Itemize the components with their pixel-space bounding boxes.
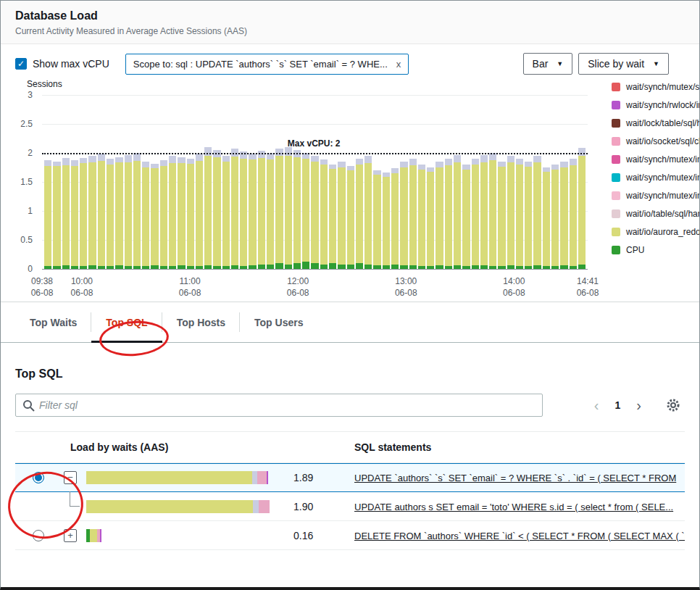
chart-bar[interactable]: [293, 150, 301, 269]
chart-bar[interactable]: [133, 153, 141, 269]
bar-segment: [204, 265, 212, 269]
tab-top-waits[interactable]: Top Waits: [15, 302, 91, 342]
tab-top-users[interactable]: Top Users: [240, 302, 317, 342]
legend-item[interactable]: wait/io/aurora_redo_lo: [612, 227, 700, 237]
bar-segment: [338, 162, 345, 167]
chart-bar[interactable]: [391, 168, 399, 269]
filter-input[interactable]: [16, 394, 542, 416]
chart-bar[interactable]: [142, 162, 149, 269]
expand-button[interactable]: +: [64, 529, 77, 542]
chart-bar[interactable]: [178, 157, 185, 269]
bar-segment: [160, 166, 167, 266]
legend-item[interactable]: wait/synch/rwlock/inn: [612, 100, 700, 110]
chart-bar[interactable]: [418, 165, 425, 269]
scope-dismiss-button[interactable]: x: [396, 59, 401, 70]
chart-bar[interactable]: [480, 155, 488, 269]
chart-bar[interactable]: [373, 170, 380, 269]
legend-item[interactable]: wait/io/table/sql/hand: [612, 209, 700, 219]
legend-item[interactable]: CPU: [612, 245, 700, 255]
chart-bar[interactable]: [80, 158, 87, 269]
load-value: 0.16: [293, 530, 346, 541]
chart-bar[interactable]: [383, 173, 390, 269]
chart-bar[interactable]: [98, 154, 105, 269]
chart-bar[interactable]: [364, 156, 372, 269]
chart-bar[interactable]: [107, 159, 114, 269]
chart-bar[interactable]: [462, 165, 470, 269]
chart-bar[interactable]: [71, 160, 78, 269]
chart-bar[interactable]: [196, 154, 203, 269]
legend-item[interactable]: wait/synch/mutex/inn: [612, 173, 700, 183]
sql-statement-link[interactable]: UPDATE authors s SET email = 'toto' WHER…: [354, 502, 673, 512]
previous-page-button[interactable]: ‹: [594, 397, 599, 414]
legend-item[interactable]: wait/synch/mutex/sql/: [612, 82, 700, 92]
chart-bar[interactable]: [240, 151, 247, 269]
chart-bar[interactable]: [169, 156, 176, 269]
sql-statement-link[interactable]: DELETE FROM `authors` WHERE `id` < ( SEL…: [354, 531, 685, 541]
chart-bar[interactable]: [543, 167, 550, 269]
chart-bar[interactable]: [44, 160, 51, 269]
chart-bar[interactable]: [427, 167, 434, 269]
chart-bar[interactable]: [151, 164, 158, 269]
chart-bar[interactable]: [409, 159, 417, 269]
settings-gear-icon[interactable]: [666, 398, 680, 412]
chart-bar[interactable]: [88, 156, 96, 269]
chart-bar[interactable]: [213, 150, 220, 269]
chart-bar[interactable]: [267, 153, 274, 269]
chart-bar[interactable]: [436, 162, 443, 269]
row-radio[interactable]: [33, 530, 44, 541]
chart-bar[interactable]: [445, 159, 452, 269]
legend-item[interactable]: wait/lock/table/sql/ha: [612, 118, 700, 128]
chart-bar[interactable]: [231, 149, 238, 269]
chart-bar[interactable]: [160, 160, 167, 269]
chart-bar[interactable]: [498, 162, 505, 269]
chart-bar[interactable]: [507, 156, 514, 269]
chart-bar[interactable]: [560, 162, 567, 269]
chart-bar[interactable]: [533, 156, 541, 269]
chart-bar[interactable]: [551, 165, 559, 269]
collapse-button[interactable]: −: [64, 471, 77, 484]
legend-item[interactable]: wait/synch/mutex/inn: [612, 154, 700, 165]
chart-bar[interactable]: [454, 155, 461, 269]
chart-bar[interactable]: [187, 159, 194, 269]
row-radio[interactable]: [33, 472, 44, 483]
next-page-button[interactable]: ›: [636, 397, 641, 414]
chart-bar[interactable]: [489, 153, 496, 269]
slice-by-value: Slice by wait: [588, 58, 644, 70]
chart-bar[interactable]: [356, 159, 363, 269]
chart-bar[interactable]: [302, 153, 309, 269]
chart-bar[interactable]: [578, 148, 586, 269]
show-max-vcpu-checkbox[interactable]: ✓: [15, 58, 27, 70]
chart-bar[interactable]: [275, 149, 283, 269]
chart-bar[interactable]: [516, 159, 523, 269]
chart-bar[interactable]: [258, 151, 265, 269]
chart-bar[interactable]: [249, 154, 256, 269]
chart-type-dropdown[interactable]: Bar ▼: [523, 53, 573, 75]
chart-bar[interactable]: [570, 159, 577, 269]
chart-bar[interactable]: [311, 156, 318, 269]
slice-by-dropdown[interactable]: Slice by wait ▼: [578, 53, 669, 75]
tab-top-hosts[interactable]: Top Hosts: [162, 302, 240, 342]
chart-bar[interactable]: [62, 158, 70, 269]
tab-top-sql[interactable]: Top SQL: [91, 302, 162, 342]
legend-item[interactable]: wait/synch/mutex/inn: [612, 191, 700, 201]
chart-bar[interactable]: [222, 156, 230, 269]
chart-bar[interactable]: [472, 159, 479, 269]
legend-item[interactable]: wait/io/socket/sql/clie: [612, 136, 700, 146]
chart-bar[interactable]: [320, 159, 328, 269]
chart-bar[interactable]: [125, 155, 132, 269]
page-number[interactable]: 1: [615, 399, 621, 411]
chart-bar[interactable]: [338, 162, 345, 269]
bar-segment: [160, 160, 167, 166]
chart-bar[interactable]: [347, 166, 354, 269]
chart-bar[interactable]: [53, 162, 60, 269]
y-tick-label: 2.5: [4, 119, 33, 129]
chart-bar[interactable]: [525, 162, 532, 269]
chart-bar[interactable]: [115, 157, 122, 269]
sql-statement-link[interactable]: UPDATE `authors` `s` SET `email` = ? WHE…: [354, 473, 676, 483]
chart-bar[interactable]: [285, 147, 292, 269]
bar-segment: [275, 156, 283, 263]
chart-bar[interactable]: [329, 165, 336, 269]
top-sql-section: Top SQL ‹ 1 ›: [1, 343, 699, 550]
chart-bar[interactable]: [400, 162, 407, 269]
chart-bar[interactable]: [204, 147, 212, 269]
